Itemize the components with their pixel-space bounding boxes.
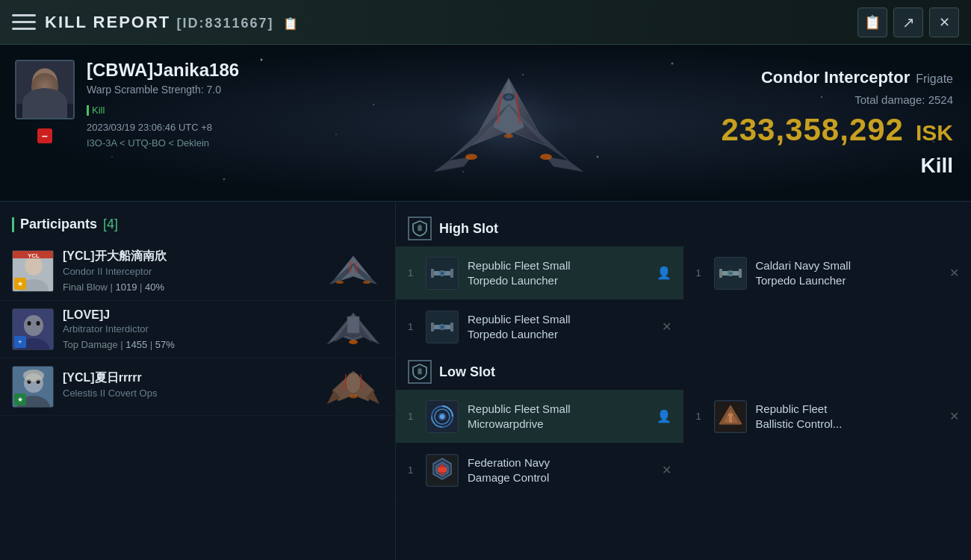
- report-id: [ID:8311667]: [176, 16, 273, 31]
- item-icon: [426, 454, 459, 487]
- svg-point-17: [24, 99, 66, 119]
- svg-rect-54: [347, 317, 359, 333]
- report-icon: 📋: [864, 14, 881, 31]
- remove-icon[interactable]: ✕: [949, 409, 959, 423]
- svg-rect-70: [419, 225, 421, 231]
- torpedo-launcher-icon-2: [427, 312, 457, 342]
- negative-standing-icon: –: [37, 128, 52, 143]
- fitting-slot-right-empty: [683, 444, 972, 497]
- header-actions: 📋 ↗ ✕: [857, 7, 959, 37]
- participant-ship-image: [323, 252, 383, 290]
- fitting-row: 1 Republic Fleet Small Torpedo Launcher …: [396, 246, 971, 300]
- svg-rect-20: [16, 104, 73, 118]
- participant-info: [YCL]开大船滴南欣 Condor II Interceptor Final …: [63, 249, 314, 293]
- pilot-name: [CBWA]Janika186: [87, 60, 239, 81]
- kill-result: Kill: [920, 154, 953, 178]
- participant-ship: Celestis II Covert Ops: [63, 388, 314, 399]
- svg-text:YCL: YCL: [28, 252, 40, 259]
- item-icon: [714, 400, 747, 433]
- svg-point-61: [23, 370, 44, 382]
- main-content: Participants [4] YCL ★ [YCL]开大船滴南欣 Condo…: [0, 202, 971, 560]
- high-slot-title: High Slot: [439, 221, 498, 237]
- svg-rect-99: [729, 415, 732, 423]
- fitting-slot-right-empty: [683, 300, 972, 353]
- fitting-row: 1 Republic Fleet Small Microwarpdrive 👤: [396, 390, 971, 444]
- fitting-slot-left: 1 Republic Fleet Small Microwarpdrive 👤: [396, 390, 683, 443]
- info-panel: – [CBWA]Janika186 Warp Scramble Strength…: [0, 45, 971, 202]
- item-icon: [426, 257, 459, 290]
- ship-svg-3: [323, 368, 383, 405]
- svg-rect-106: [438, 467, 447, 472]
- isk-row: 233,358,292 ISK: [721, 112, 953, 148]
- copy-icon: 📋: [283, 17, 300, 30]
- participant-item[interactable]: YCL ★ [YCL]开大船滴南欣 Condor II Interceptor …: [0, 241, 395, 301]
- participants-count: [4]: [103, 217, 118, 232]
- participant-name: [YCL]开大船滴南欣: [63, 249, 314, 264]
- svg-rect-79: [719, 269, 722, 278]
- kill-location: I3O-3A < UTQ-BO < Deklein: [87, 137, 239, 149]
- participant-ship-image: [323, 311, 383, 348]
- participants-title: Participants: [20, 217, 97, 232]
- export-icon: ↗: [902, 13, 915, 31]
- ship-area: [314, 45, 703, 201]
- isk-value: 233,358,292: [721, 112, 904, 148]
- remove-icon[interactable]: ✕: [662, 463, 671, 477]
- svg-point-88: [441, 326, 444, 329]
- pilot-avatar: [15, 60, 75, 119]
- svg-point-29: [540, 154, 552, 160]
- svg-point-63: [346, 373, 361, 393]
- participant-avatar: YCL ★: [12, 250, 54, 292]
- participant-item[interactable]: + [LOVE]J Arbitrator Interdictor Top Dam…: [0, 301, 395, 358]
- fitting-slot-left: 1 Republic Fleet Small Torpedo Launcher …: [396, 246, 683, 299]
- participant-stats: Top Damage | 1455 | 57%: [63, 339, 314, 350]
- svg-point-48: [24, 315, 43, 336]
- close-icon: ✕: [939, 14, 950, 31]
- high-slot-header: High Slot: [396, 211, 971, 246]
- remove-icon[interactable]: ✕: [662, 320, 671, 334]
- low-slot-header: Low Slot: [396, 354, 971, 390]
- section-bar: [12, 217, 14, 232]
- avatar-svg: [16, 60, 73, 119]
- person-icon: 👤: [657, 409, 671, 423]
- svg-rect-100: [728, 414, 733, 416]
- caldari-launcher-icon: [716, 258, 745, 288]
- svg-point-50: [28, 321, 31, 326]
- ballistic-control-icon: [716, 402, 745, 432]
- pilot-info: [CBWA]Janika186 Warp Scramble Strength: …: [87, 60, 239, 149]
- svg-rect-85: [431, 323, 434, 332]
- rank-icon: ★: [14, 393, 26, 405]
- participant-item[interactable]: ★ [YCL]夏日rrrrr Celestis II Covert Ops: [0, 358, 395, 416]
- damage-control-icon: [427, 455, 457, 485]
- svg-point-46: [363, 281, 370, 284]
- header-title: KILL REPORT [ID:8311667] 📋: [45, 13, 849, 32]
- shield-icon-svg: [412, 220, 427, 237]
- ship-image: [404, 56, 613, 190]
- svg-point-34: [505, 95, 512, 99]
- close-button[interactable]: ✕: [929, 7, 959, 37]
- person-icon: 👤: [657, 266, 671, 280]
- rank-icon: +: [14, 336, 26, 348]
- kill-datetime: 2023/03/19 23:06:46 UTC +8: [87, 122, 239, 133]
- remove-icon[interactable]: ✕: [949, 266, 959, 280]
- svg-point-66: [350, 395, 357, 399]
- stats-section: Condor Interceptor Frigate Total damage:…: [703, 45, 971, 201]
- participant-name: [LOVE]J: [63, 308, 314, 322]
- participant-ship: Condor II Interceptor: [63, 266, 314, 277]
- report-button[interactable]: 📋: [857, 7, 887, 37]
- fitting-row: 1 Republic Fleet Small Torpedo Launcher …: [396, 300, 971, 354]
- export-button[interactable]: ↗: [893, 7, 923, 37]
- participant-avatar: ★: [12, 366, 54, 408]
- svg-rect-86: [450, 323, 453, 332]
- svg-point-19: [48, 77, 52, 82]
- low-slot-icon: [408, 360, 432, 384]
- header: KILL REPORT [ID:8311667] 📋 📋 ↗ ✕: [0, 0, 971, 45]
- item-icon: [714, 257, 747, 290]
- participants-panel: Participants [4] YCL ★ [YCL]开大船滴南欣 Condo…: [0, 202, 396, 560]
- svg-rect-80: [739, 269, 742, 278]
- svg-rect-74: [450, 269, 453, 278]
- fitting-panel: High Slot 1 Republic Fleet Small Torpedo…: [396, 202, 971, 560]
- participant-name: [YCL]夏日rrrrr: [63, 370, 314, 386]
- item-icon: [426, 311, 459, 343]
- warp-scramble: Warp Scramble Strength: 7.0: [87, 84, 239, 96]
- menu-icon[interactable]: [12, 12, 36, 33]
